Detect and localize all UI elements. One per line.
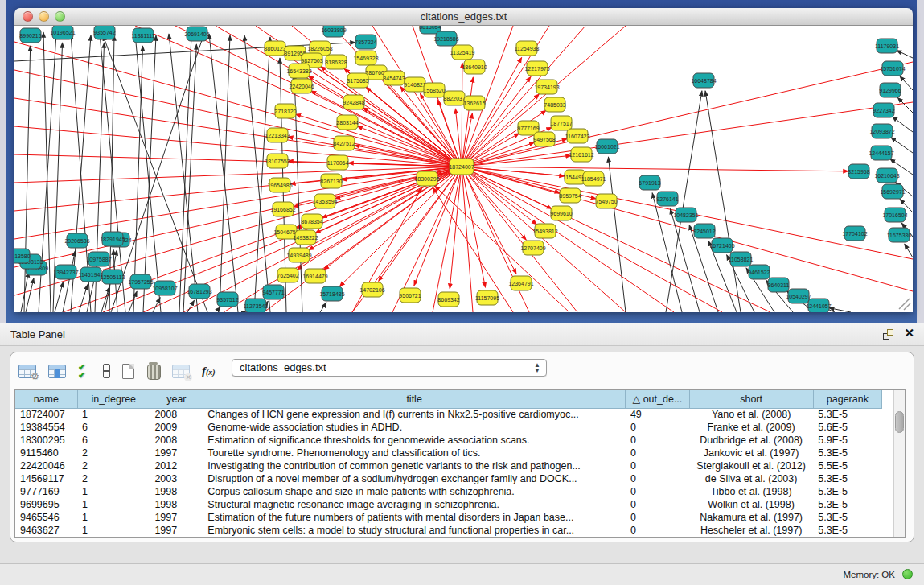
- graph-node[interactable]: 14353594: [312, 194, 337, 208]
- function-icon[interactable]: f(x): [202, 365, 223, 378]
- table-select-dropdown[interactable]: citations_edges.txt ▲▼: [232, 359, 547, 377]
- graph-node[interactable]: 8669342: [437, 292, 459, 307]
- graph-node[interactable]: 9276141: [656, 192, 678, 206]
- table-row[interactable]: 911546021997Tourette syndrome. Phenomeno…: [15, 447, 882, 459]
- graph-node[interactable]: 16033809: [321, 26, 346, 37]
- graph-node[interactable]: 18291945: [100, 232, 125, 246]
- graph-node[interactable]: 11058821: [729, 252, 754, 266]
- graph-node[interactable]: 9129966: [879, 83, 901, 97]
- graph-node[interactable]: 1362615: [463, 96, 485, 110]
- citation-graph[interactable]: 8427512117006482671301435359486783541504…: [14, 26, 913, 312]
- graph-node[interactable]: 1170064: [327, 155, 349, 170]
- graph-node[interactable]: 9457771: [262, 285, 284, 299]
- close-panel-icon[interactable]: ✕: [904, 326, 914, 340]
- graph-node[interactable]: 15493812: [532, 224, 557, 238]
- graph-node[interactable]: 9245012: [693, 224, 715, 238]
- graph-node[interactable]: 1877517: [550, 116, 572, 130]
- graph-node[interactable]: 8678354: [301, 214, 322, 229]
- graph-node[interactable]: 19218586: [433, 31, 458, 46]
- graph-node[interactable]: 12093872: [869, 124, 894, 138]
- graph-node[interactable]: 12441057: [806, 299, 831, 312]
- graph-node[interactable]: 12217975: [524, 61, 549, 76]
- graph-node[interactable]: 7857224: [355, 35, 376, 49]
- graph-node[interactable]: 12707409: [520, 241, 545, 255]
- window-titlebar[interactable]: citations_edges.txt: [14, 8, 913, 26]
- memory-ok-indicator[interactable]: [902, 569, 913, 579]
- graph-node[interactable]: 11381111: [131, 28, 154, 43]
- graph-node[interactable]: 20206536: [64, 233, 89, 248]
- graph-node[interactable]: 8186328: [325, 55, 347, 69]
- graph-node[interactable]: 19734193: [534, 80, 559, 94]
- graph-node[interactable]: 19654985: [267, 178, 292, 192]
- graph-node[interactable]: 10482351: [673, 208, 698, 222]
- graph-node[interactable]: 12213343: [265, 128, 290, 142]
- float-panel-icon[interactable]: [883, 329, 893, 340]
- graph-node[interactable]: 7485033: [544, 97, 565, 112]
- graph-node[interactable]: 10958107: [152, 281, 177, 295]
- table-row[interactable]: 2242004622012Investigating the contribut…: [15, 459, 882, 472]
- zoom-window-icon[interactable]: [55, 11, 65, 22]
- graph-node[interactable]: 2803144: [336, 115, 358, 130]
- graph-node[interactable]: 15718485: [319, 286, 344, 301]
- table-row[interactable]: 1938455462009Genome-wide association stu…: [15, 421, 882, 434]
- column-header-short[interactable]: short: [689, 390, 813, 408]
- graph-node[interactable]: 7625402: [277, 268, 298, 282]
- select-rows-icon[interactable]: [78, 363, 91, 379]
- graph-node[interactable]: 12444157: [869, 146, 893, 160]
- graph-node[interactable]: 18640910: [462, 60, 487, 74]
- table-row[interactable]: 946554611997Estimation of the future num…: [15, 511, 882, 524]
- graph-node[interactable]: 16721405: [709, 238, 734, 253]
- column-header-title[interactable]: title: [203, 390, 626, 408]
- column-header-year[interactable]: year: [150, 390, 203, 408]
- graph-node[interactable]: 8822037: [443, 91, 465, 105]
- graph-node[interactable]: 10196521: [50, 26, 75, 39]
- graph-node[interactable]: 8427512: [333, 136, 355, 150]
- graph-node[interactable]: 8990215: [19, 28, 41, 43]
- table-row[interactable]: 946362711997Embryonic stem cells: a mode…: [15, 524, 882, 537]
- graph-node[interactable]: 15692971: [880, 184, 905, 199]
- column-header-pagerank[interactable]: pagerank: [813, 390, 881, 408]
- graph-node[interactable]: 15469328: [353, 51, 378, 65]
- graph-node[interactable]: 16543382: [286, 64, 311, 78]
- graph-node[interactable]: 10540297: [786, 289, 811, 303]
- close-window-icon[interactable]: [23, 11, 33, 22]
- graph-node[interactable]: 14938222: [293, 230, 318, 245]
- graph-node[interactable]: 20691406: [184, 27, 209, 41]
- graph-node[interactable]: 11157095: [475, 290, 499, 305]
- table-row[interactable]: 969969511998Structural magnetic resonanc…: [15, 498, 882, 511]
- graph-node[interactable]: 16648784: [691, 73, 716, 88]
- graph-node[interactable]: 9355742: [93, 26, 115, 39]
- graph-node[interactable]: 16781293: [187, 284, 211, 299]
- graph-node[interactable]: 11607423: [565, 129, 590, 143]
- graph-node[interactable]: 18724007: [449, 159, 474, 175]
- trash-icon[interactable]: [146, 364, 160, 379]
- graph-node[interactable]: 12161612: [569, 147, 593, 162]
- column-header-out_degree[interactable]: △ out_de...: [626, 390, 689, 408]
- graph-node[interactable]: 8454743: [383, 71, 405, 85]
- graph-node[interactable]: 3215958: [848, 164, 869, 179]
- graph-node[interactable]: 19166852: [270, 202, 295, 216]
- graph-node[interactable]: 7549750: [595, 194, 617, 208]
- column-header-in_degree[interactable]: in_degree: [77, 390, 150, 408]
- graph-node[interactable]: 9461522: [748, 265, 770, 279]
- canvas-resize-grip[interactable]: [899, 299, 910, 310]
- graph-node[interactable]: 14702106: [359, 282, 384, 297]
- graph-node[interactable]: 8267130: [320, 174, 342, 188]
- graph-node[interactable]: 12364791: [508, 276, 533, 290]
- graph-node[interactable]: 9357512: [216, 292, 238, 307]
- minimize-window-icon[interactable]: [39, 11, 49, 22]
- rows-mode-icon[interactable]: [103, 364, 110, 378]
- graph-node[interactable]: 11254938: [515, 41, 540, 56]
- table-settings-icon[interactable]: [18, 365, 36, 378]
- graph-node[interactable]: 18300295: [414, 171, 439, 186]
- graph-node[interactable]: 1568520: [423, 83, 445, 97]
- new-document-icon[interactable]: [122, 364, 134, 379]
- graph-node[interactable]: 16210643: [874, 168, 899, 183]
- column-header-name[interactable]: name: [15, 390, 77, 408]
- graph-node[interactable]: 2718120: [274, 104, 296, 118]
- graph-node[interactable]: 8860123: [264, 41, 285, 56]
- table-columns-icon[interactable]: [48, 365, 66, 378]
- graph-node[interactable]: 22420046: [289, 79, 314, 93]
- graph-node[interactable]: 14939489: [286, 248, 311, 262]
- graph-node[interactable]: 11854971: [581, 171, 606, 186]
